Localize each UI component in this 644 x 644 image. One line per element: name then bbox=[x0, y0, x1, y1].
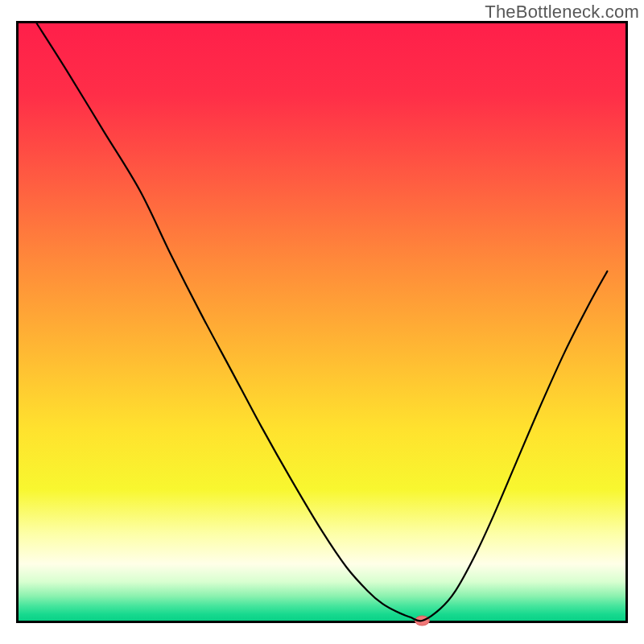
watermark-text: TheBottleneck.com bbox=[485, 2, 639, 23]
bottleneck-chart bbox=[0, 0, 644, 644]
